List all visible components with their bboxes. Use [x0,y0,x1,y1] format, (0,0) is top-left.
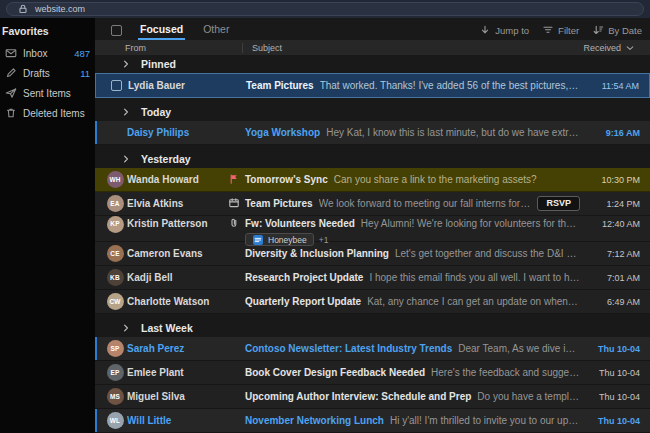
email-row-daisy-philips[interactable]: Daisy PhilipsYoga WorkshopHey Kat, I kno… [95,121,650,145]
message-list-pane: FocusedOther Jump toFilterBy Date From S… [95,18,650,433]
mail-group-last-week: Last WeekSPSarah PerezContoso Newsletter… [95,319,650,433]
favorites-header[interactable]: Favorites [0,23,95,43]
jump-to-button[interactable]: Jump to [479,24,529,36]
group-header-yesterday[interactable]: Yesterday [95,150,650,168]
email-subject: Tomorrow's Sync [245,174,328,185]
email-list: PinnedLydia BauerTeam PicturesThat worke… [95,55,650,433]
email-leading: SP [103,340,127,357]
unread-count-badge: 11 [80,68,90,79]
column-received[interactable]: Received [583,42,636,54]
received-time: 9:16 AM [586,128,640,138]
email-subject: Upcoming Author Interview: Schedule and … [245,391,471,402]
email-leading: WH [103,171,127,188]
trash-icon [5,107,17,119]
tab-focused[interactable]: Focused [138,21,185,40]
email-row-charlotte-watson[interactable]: CWCharlotte WatsonQuarterly Report Updat… [95,290,650,314]
attachment-chip[interactable]: Honeybee [245,233,314,246]
email-subject: Yoga Workshop [245,127,320,138]
select-all-checkbox[interactable] [111,25,122,36]
email-row-elvia-atkins[interactable]: EAElvia AtkinsTeam PicturesWe look forwa… [95,192,650,216]
email-row-will-little[interactable]: WLWill LittleNovember Networking LunchHi… [95,409,650,433]
email-row-emlee-plant[interactable]: EPEmlee PlantBook Cover Design Feedback … [95,361,650,385]
browser-window: website.com Favorites Inbox487Drafts11Se… [0,0,650,433]
email-subject: Team Pictures [245,198,313,209]
group-label: Pinned [141,58,176,70]
received-time: 10:30 PM [586,175,640,185]
email-leading: EP [103,364,127,381]
email-row-wanda-howard[interactable]: WHWanda HowardTomorrow's SyncCan you sha… [95,168,650,192]
column-header-row: From Subject Received [95,40,650,55]
group-header-last-week[interactable]: Last Week [95,319,650,337]
mail-group-today: TodayDaisy PhilipsYoga WorkshopHey Kat, … [95,103,650,145]
email-checkbox[interactable] [111,80,122,91]
email-line: November Networking LunchHi y'all! I'm t… [245,415,580,426]
avatar[interactable]: WL [107,412,124,429]
received-time: 11:54 AM [585,81,639,91]
email-body: Research Project UpdateI hope this email… [245,272,580,283]
sender-name: Sarah Perez [127,343,223,354]
email-preview: Let's get together and discuss the D&I p… [395,248,580,259]
chevron-right-icon [120,58,132,70]
attachment-line: Honeybee+1 [245,233,580,246]
sidebar-item-drafts[interactable]: Drafts11 [0,63,95,83]
sent-icon [5,87,17,99]
address-bar[interactable]: website.com [6,2,644,16]
column-received-label: Received [583,43,621,53]
email-line: Book Cover Design Feedback NeededHere's … [245,367,580,378]
received-time: Thu 10-04 [586,344,640,354]
avatar[interactable]: KP [107,216,124,233]
avatar[interactable]: KB [107,269,124,286]
group-header-pinned[interactable]: Pinned [95,55,650,73]
email-row-kristin-patterson[interactable]: KPKristin PattersonFw: Volunteers Needed… [95,216,650,242]
avatar[interactable]: EP [107,364,124,381]
email-body: Yoga WorkshopHey Kat, I know this is las… [245,127,580,138]
avatar[interactable]: MS [107,388,124,405]
sidebar-item-label: Deleted Items [23,108,85,119]
avatar[interactable]: CW [107,293,124,310]
filter-button[interactable]: Filter [542,24,579,36]
mail-group-pinned: PinnedLydia BauerTeam PicturesThat worke… [95,55,650,98]
sidebar-item-deleted-items[interactable]: Deleted Items [0,103,95,123]
sidebar-item-label: Drafts [23,68,50,79]
email-preview: Do you have a template for how we've sch… [477,391,580,402]
received-time: Thu 10-04 [586,392,640,402]
by-date-label: By Date [608,25,642,36]
email-body: Tomorrow's SyncCan you share a link to t… [245,174,580,185]
filter-icon [542,24,554,36]
email-preview: That worked. Thanks! I've added 56 of th… [320,80,579,91]
jump-to-label: Jump to [495,25,529,36]
email-row-lydia-bauer[interactable]: Lydia BauerTeam PicturesThat worked. Tha… [95,73,650,98]
sender-name: Daisy Philips [127,127,223,138]
email-body: November Networking LunchHi y'all! I'm t… [245,415,580,426]
doc-icon [252,234,264,246]
tab-other[interactable]: Other [201,21,231,40]
email-preview: Kat, any chance I can get an update on w… [367,296,580,307]
group-header-today[interactable]: Today [95,103,650,121]
email-row-miguel-silva[interactable]: MSMiguel SilvaUpcoming Author Interview:… [95,385,650,409]
avatar[interactable]: WH [107,171,124,188]
avatar[interactable]: EA [107,195,124,212]
chevron-right-icon [120,322,132,334]
chevron-right-icon [120,153,132,165]
email-body: Diversity & Inclusion PlanningLet's get … [245,248,580,259]
attachment-name: Honeybee [268,235,307,245]
email-row-kadji-bell[interactable]: KBKadji BellResearch Project UpdateI hop… [95,266,650,290]
email-line: Research Project UpdateI hope this email… [245,272,580,283]
email-icon-slot [223,195,245,213]
sidebar-item-label: Sent Items [23,88,71,99]
email-preview: Hey Alumni! We're looking for volunteers… [361,216,580,232]
email-row-sarah-perez[interactable]: SPSarah PerezContoso Newsletter: Latest … [95,337,650,361]
column-subject: Subject [252,43,583,53]
by-date-button[interactable]: By Date [592,24,642,36]
filter-label: Filter [558,25,579,36]
received-time: 1:24 PM [586,199,640,209]
email-preview: I hope this email finds you all well. I … [369,272,580,283]
rsvp-button[interactable]: RSVP [537,196,580,211]
avatar[interactable]: CE [107,245,124,262]
email-preview: We look forward to meeting our fall inte… [319,198,532,209]
draft-icon [5,67,17,79]
email-icon-slot [223,171,245,189]
sidebar-item-sent-items[interactable]: Sent Items [0,83,95,103]
sidebar-item-inbox[interactable]: Inbox487 [0,43,95,63]
avatar[interactable]: SP [107,340,124,357]
